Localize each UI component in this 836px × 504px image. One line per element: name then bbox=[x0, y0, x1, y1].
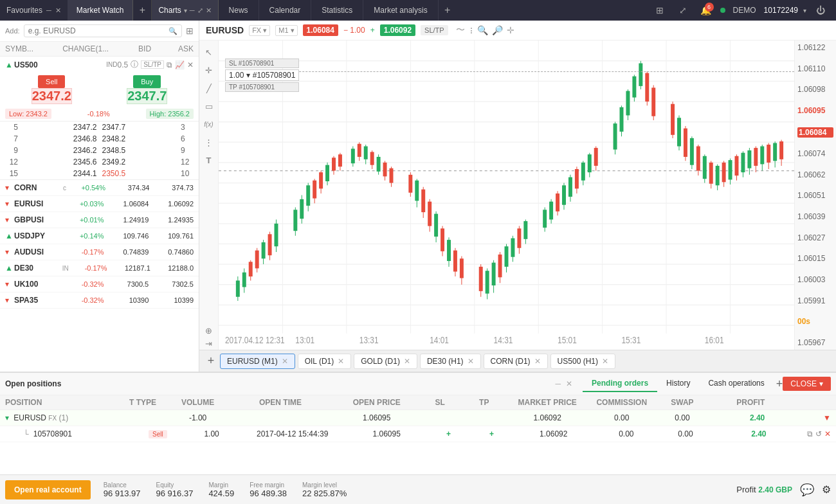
add-tab-icon[interactable]: + bbox=[776, 377, 783, 391]
bottom-tab-pending[interactable]: Pending orders bbox=[583, 375, 657, 392]
chart-price-change: − 1.00 bbox=[343, 26, 365, 35]
grid-view-icon[interactable]: ⊞ bbox=[186, 26, 194, 36]
delete-order-icon[interactable]: ✕ bbox=[824, 429, 831, 438]
symbol-row-gbpusd[interactable]: ▾ GBPUSI +0.01% 1.24919 1.24935 bbox=[0, 212, 199, 228]
chart-tab-oil[interactable]: OIL (D1) ✕ bbox=[298, 354, 352, 369]
symbol-row-uk100[interactable]: ▾ UK100 -0.32% 7300.5 7302.5 bbox=[0, 276, 199, 292]
account-dropdown-icon[interactable]: ▾ bbox=[803, 7, 806, 14]
settings-icon[interactable]: ⚙ bbox=[822, 483, 831, 496]
chat-icon[interactable]: 💬 bbox=[800, 483, 814, 497]
chart-indicator-icon[interactable]: ⫶ bbox=[469, 25, 473, 35]
charts-tab[interactable]: Charts ▾ ─ ⤢ ✕ bbox=[152, 0, 218, 21]
close-dropdown-icon[interactable]: ▾ bbox=[819, 379, 823, 388]
add-panel-button[interactable]: + bbox=[133, 4, 151, 16]
audusd-name: AUDUSI bbox=[14, 248, 64, 256]
bottom-tab-cash[interactable]: Cash operations bbox=[699, 375, 773, 392]
crosshair-tool[interactable]: ✛ bbox=[203, 64, 215, 76]
charts-expand-icon[interactable]: ⤢ bbox=[197, 6, 203, 15]
us500-sell-button[interactable]: Sell bbox=[38, 75, 65, 88]
add-chart-button[interactable]: + bbox=[202, 352, 220, 370]
close-icon[interactable]: ✕ bbox=[55, 6, 61, 15]
us500-sl-tp[interactable]: SL/TP bbox=[141, 60, 164, 69]
line-tool[interactable]: ╱ bbox=[203, 82, 215, 94]
chart-tab-corn[interactable]: CORN (D1) ✕ bbox=[484, 354, 548, 369]
symbol-row-audusd[interactable]: ▾ AUDUSI -0.17% 0.74839 0.74860 bbox=[0, 244, 199, 260]
chart-timeframe[interactable]: M1 ▾ bbox=[275, 25, 297, 36]
svg-rect-119 bbox=[594, 148, 598, 166]
power-icon[interactable]: ⏻ bbox=[812, 1, 830, 19]
chart-tab-us500[interactable]: US500 (H1) ✕ bbox=[550, 354, 615, 369]
tab-calendar[interactable]: Calendar bbox=[259, 0, 312, 21]
chart-tab-gold[interactable]: GOLD (D1) ✕ bbox=[354, 354, 417, 369]
chart-sl-tp-badge[interactable]: SL/TP bbox=[421, 25, 448, 35]
market-watch-tab[interactable]: Market Watch bbox=[68, 0, 134, 21]
position-sl-child[interactable]: + bbox=[427, 429, 470, 438]
position-market-price-child: 1.06092 bbox=[513, 429, 594, 438]
chart-line-icon[interactable]: 〜 bbox=[456, 24, 465, 36]
text-tool[interactable]: T bbox=[203, 154, 215, 166]
bottom-tab-history[interactable]: History bbox=[657, 375, 699, 392]
tab-statistics[interactable]: Statistics bbox=[311, 0, 363, 21]
symbol-row-corn[interactable]: ▾ CORN c +0.54% 374.34 374.73 bbox=[0, 180, 199, 196]
cursor-tool[interactable]: ↖ bbox=[203, 46, 215, 59]
position-type-child: Sell bbox=[131, 429, 185, 438]
chart-tab-eurusd[interactable]: EURUSD (M1) ✕ bbox=[220, 354, 295, 369]
close-gold-tab[interactable]: ✕ bbox=[404, 357, 410, 366]
corn-change: +0.54% bbox=[66, 184, 105, 192]
minimize-icon[interactable]: ─ bbox=[46, 6, 51, 14]
us500-delete-icon[interactable]: ✕ bbox=[187, 60, 194, 69]
symbol-row-spa35[interactable]: ▾ SPA35 -0.32% 10390 10399 bbox=[0, 292, 199, 309]
us500-buy-button[interactable]: Buy bbox=[133, 75, 161, 88]
candlestick-chart: 2017.04.12 12:31 13:01 13:31 14:01 14:31… bbox=[219, 40, 794, 350]
chart-crosshair-icon[interactable]: ✛ bbox=[507, 25, 514, 35]
share-icon[interactable]: ⇥ bbox=[203, 337, 215, 350]
close-us500-tab[interactable]: ✕ bbox=[602, 357, 608, 366]
us500-copy-icon[interactable]: ⧉ bbox=[167, 60, 172, 69]
col-sl: SL bbox=[418, 398, 462, 407]
close-oil-tab[interactable]: ✕ bbox=[338, 357, 344, 366]
chart-tab-de30[interactable]: DE30 (H1) ✕ bbox=[420, 354, 481, 369]
rectangle-tool[interactable]: ▭ bbox=[203, 100, 215, 113]
close-corn-tab[interactable]: ✕ bbox=[534, 357, 541, 366]
position-tp-child[interactable]: + bbox=[470, 429, 513, 438]
position-row-eurusd-parent[interactable]: ▾ EURUSD FX (1) -1.00 1.06095 1.06092 0.… bbox=[0, 410, 836, 426]
spa35-change: -0.32% bbox=[64, 296, 104, 304]
add-tab-button[interactable]: + bbox=[439, 0, 457, 21]
open-real-account-button[interactable]: Open real account bbox=[5, 480, 91, 500]
col-swap: SWAP bbox=[655, 398, 710, 407]
fibonacci-tool[interactable]: ⋮ bbox=[203, 136, 215, 148]
minimize-positions-icon[interactable]: ─ bbox=[556, 379, 561, 388]
tab-news[interactable]: News bbox=[219, 0, 259, 21]
label-tool[interactable]: f(x) bbox=[203, 118, 215, 130]
expand-icon[interactable]: ⤢ bbox=[674, 1, 692, 19]
chart-zoom-out-icon[interactable]: 🔍 bbox=[477, 25, 488, 35]
symbol-row-de30[interactable]: ▲ DE30 IN -0.17% 12187.1 12188.0 bbox=[0, 260, 199, 276]
close-de30-tab[interactable]: ✕ bbox=[468, 357, 474, 366]
refresh-order-icon[interactable]: ↺ bbox=[815, 429, 822, 438]
us500-info-icon[interactable]: ⓘ bbox=[131, 59, 138, 70]
copy-order-icon[interactable]: ⧉ bbox=[807, 429, 813, 438]
notifications-button[interactable]: 🔔 6 bbox=[697, 1, 715, 19]
search-input[interactable] bbox=[28, 26, 166, 35]
charts-close-icon[interactable]: ✕ bbox=[206, 6, 212, 15]
price-label-5: 1.06074 bbox=[797, 149, 833, 158]
chart-zoom-in-icon[interactable]: 🔎 bbox=[492, 25, 503, 35]
symbol-row-usdjpy[interactable]: ▲ USDJPY +0.14% 109.746 109.761 bbox=[0, 228, 199, 244]
favourites-tab[interactable]: Favourites ─ ✕ bbox=[0, 0, 68, 21]
symbol-row-eurusd[interactable]: ▾ EURUSI +0.03% 1.06084 1.06092 bbox=[0, 196, 199, 212]
price-label-4: 1.06084 bbox=[797, 127, 833, 138]
tab-market-analysis[interactable]: Market analysis bbox=[363, 0, 438, 21]
layout-icon[interactable]: ⊞ bbox=[651, 1, 669, 19]
expand-arrow-icon[interactable]: ▾ bbox=[5, 413, 9, 422]
us500-chart-icon[interactable]: 📈 bbox=[175, 60, 185, 69]
charts-minimize-icon[interactable]: ─ bbox=[190, 6, 195, 14]
close-positions-icon[interactable]: ✕ bbox=[566, 379, 572, 388]
symbol-search[interactable]: 🔍 bbox=[24, 24, 182, 37]
position-row-eurusd-child[interactable]: └ 105708901 Sell 1.00 2017-04-12 15:44:3… bbox=[0, 426, 836, 442]
charts-dropdown-icon[interactable]: ▾ bbox=[184, 7, 187, 14]
close-position-button[interactable]: CLOSE ▾ bbox=[783, 377, 831, 391]
layers-icon[interactable]: ⊕ bbox=[203, 324, 215, 337]
action-arrow-icon[interactable]: ▼ bbox=[823, 413, 831, 422]
close-eurusd-tab[interactable]: ✕ bbox=[282, 357, 288, 366]
us500-high: High: 2356.2 bbox=[146, 109, 194, 119]
